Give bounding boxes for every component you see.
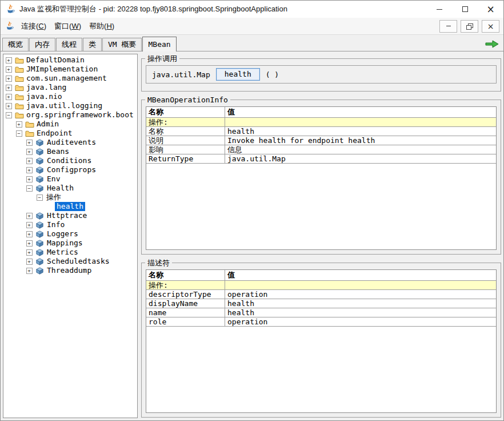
tab-mbean[interactable]: MBean bbox=[142, 37, 176, 51]
frame-close-button[interactable]: × bbox=[482, 20, 499, 33]
expand-handle-icon[interactable]: + bbox=[26, 231, 33, 237]
tree-node-label[interactable]: Env bbox=[45, 174, 62, 184]
tree-node-label[interactable]: DefaultDomain bbox=[25, 55, 86, 65]
tree-node[interactable]: +Beans bbox=[3, 147, 137, 156]
collapse-handle-icon[interactable]: − bbox=[37, 194, 43, 201]
tree-node-label[interactable]: JMImplementation bbox=[25, 65, 99, 74]
tab-概览[interactable]: 概览 bbox=[2, 38, 29, 51]
collapse-handle-icon[interactable]: − bbox=[6, 112, 12, 118]
tree-node-label[interactable]: Threaddump bbox=[45, 266, 93, 275]
tab-线程[interactable]: 线程 bbox=[56, 38, 82, 51]
tree-node-label[interactable]: java.nio bbox=[25, 92, 64, 101]
tab-类[interactable]: 类 bbox=[83, 38, 102, 51]
menu-h[interactable]: 帮助(H) bbox=[85, 19, 118, 34]
collapse-handle-icon[interactable]: − bbox=[26, 185, 33, 192]
tree-node-label[interactable]: Httptrace bbox=[45, 211, 89, 220]
invoke-health-button[interactable]: health bbox=[216, 68, 260, 81]
menu-w[interactable]: 窗口(W) bbox=[50, 19, 85, 34]
menu-c[interactable]: 连接(C) bbox=[17, 19, 50, 34]
tree-node-label[interactable]: health bbox=[55, 202, 85, 211]
tree-node[interactable]: +DefaultDomain bbox=[3, 55, 137, 65]
expand-handle-icon[interactable]: + bbox=[26, 167, 33, 173]
tree-node-label[interactable]: org.springframework.boot bbox=[25, 110, 135, 120]
operation-return-type: java.util.Map bbox=[152, 70, 210, 79]
tree-node[interactable]: +Auditevents bbox=[3, 138, 137, 147]
minimize-button[interactable] bbox=[426, 1, 452, 18]
expand-handle-icon[interactable]: + bbox=[26, 158, 33, 164]
tree-node-label[interactable]: Conditions bbox=[45, 156, 93, 165]
tree-node[interactable]: −org.springframework.boot bbox=[3, 110, 137, 120]
tree-node-label[interactable]: Info bbox=[45, 220, 66, 229]
tree-node-label[interactable]: Mappings bbox=[45, 239, 85, 248]
group-row[interactable]: 操作: bbox=[146, 118, 496, 127]
expand-handle-icon[interactable]: + bbox=[6, 76, 12, 82]
tree-node[interactable]: +Conditions bbox=[3, 156, 137, 165]
data-row[interactable]: descriptorTypeoperation bbox=[146, 290, 496, 299]
tree-node-label[interactable]: Beans bbox=[45, 147, 71, 156]
data-row[interactable]: 名称health bbox=[146, 127, 496, 136]
data-row[interactable]: 影响信息 bbox=[146, 145, 496, 154]
frame-minimize-button[interactable] bbox=[439, 20, 457, 33]
expand-handle-icon[interactable]: + bbox=[26, 240, 33, 247]
tree-node[interactable]: −操作 bbox=[3, 193, 137, 202]
tree-node[interactable]: +JMImplementation bbox=[3, 65, 137, 74]
collapse-handle-icon[interactable]: − bbox=[16, 130, 22, 137]
data-row[interactable]: roleoperation bbox=[146, 317, 496, 327]
expand-handle-icon[interactable]: + bbox=[26, 268, 33, 274]
expand-handle-icon[interactable]: + bbox=[16, 121, 22, 128]
expand-handle-icon[interactable]: + bbox=[6, 57, 12, 63]
tree-node-label[interactable]: Auditevents bbox=[45, 138, 98, 147]
close-button[interactable]: × bbox=[478, 1, 503, 18]
expand-handle-icon[interactable]: + bbox=[26, 140, 33, 146]
tree-node-label[interactable]: Metrics bbox=[45, 248, 80, 257]
tree-node[interactable]: +Scheduledtasks bbox=[3, 257, 137, 266]
expand-handle-icon[interactable]: + bbox=[26, 149, 33, 155]
tree-node-label[interactable]: Admin bbox=[35, 120, 61, 129]
tree-node-label[interactable]: java.util.logging bbox=[25, 101, 104, 110]
expand-handle-icon[interactable]: + bbox=[6, 103, 12, 109]
data-row[interactable]: 说明Invoke health for endpoint health bbox=[146, 136, 496, 145]
data-row[interactable]: displayNamehealth bbox=[146, 299, 496, 308]
tree-node[interactable]: +java.nio bbox=[3, 92, 137, 101]
tree-node[interactable]: +Admin bbox=[3, 120, 137, 129]
frame-restore-button[interactable] bbox=[461, 20, 478, 33]
tree-node[interactable]: +Mappings bbox=[3, 239, 137, 248]
tree-node[interactable]: +Configprops bbox=[3, 165, 137, 174]
mbean-icon bbox=[34, 176, 45, 183]
tree-node[interactable]: +Metrics bbox=[3, 248, 137, 257]
maximize-button[interactable] bbox=[452, 1, 478, 18]
tree-node[interactable]: health bbox=[3, 202, 137, 211]
expand-handle-icon[interactable]: + bbox=[6, 94, 12, 100]
expand-handle-icon[interactable]: + bbox=[26, 213, 33, 219]
tree-node-label[interactable]: Loggers bbox=[45, 229, 80, 239]
expand-handle-icon[interactable]: + bbox=[26, 249, 33, 256]
tree-node[interactable]: +java.lang bbox=[3, 83, 137, 92]
expand-handle-icon[interactable]: + bbox=[26, 176, 33, 182]
tree-node-label[interactable]: Health bbox=[45, 184, 75, 193]
tree-node-label[interactable]: Configprops bbox=[45, 165, 98, 174]
tree-node-label[interactable]: Endpoint bbox=[35, 129, 74, 138]
tab-vm-概要[interactable]: VM 概要 bbox=[102, 38, 142, 51]
tree-node[interactable]: +com.sun.management bbox=[3, 74, 137, 83]
tree-node[interactable]: −Health bbox=[3, 184, 137, 193]
tree-node[interactable]: +Info bbox=[3, 220, 137, 229]
mbean-tree-panel[interactable]: +DefaultDomain+JMImplementation+com.sun.… bbox=[3, 54, 138, 418]
data-row[interactable]: ReturnTypejava.util.Map bbox=[146, 154, 496, 164]
expand-handle-icon[interactable]: + bbox=[6, 66, 12, 73]
tree-node-label[interactable]: Scheduledtasks bbox=[45, 257, 111, 266]
expand-handle-icon[interactable]: + bbox=[6, 85, 12, 91]
data-row[interactable]: namehealth bbox=[146, 308, 496, 317]
tree-node[interactable]: +Threaddump bbox=[3, 266, 137, 275]
tab-内存[interactable]: 内存 bbox=[29, 38, 55, 51]
tree-node[interactable]: −Endpoint bbox=[3, 129, 137, 138]
expand-handle-icon[interactable]: + bbox=[26, 222, 33, 228]
tree-node-label[interactable]: com.sun.management bbox=[25, 74, 109, 83]
tree-node-label[interactable]: java.lang bbox=[25, 83, 68, 92]
tree-node[interactable]: +Env bbox=[3, 174, 137, 184]
group-row[interactable]: 操作: bbox=[146, 281, 496, 290]
tree-node[interactable]: +Httptrace bbox=[3, 211, 137, 220]
tree-node[interactable]: +java.util.logging bbox=[3, 101, 137, 110]
tree-node[interactable]: +Loggers bbox=[3, 229, 137, 239]
tree-node-label[interactable]: 操作 bbox=[45, 193, 63, 202]
expand-handle-icon[interactable]: + bbox=[26, 259, 33, 265]
